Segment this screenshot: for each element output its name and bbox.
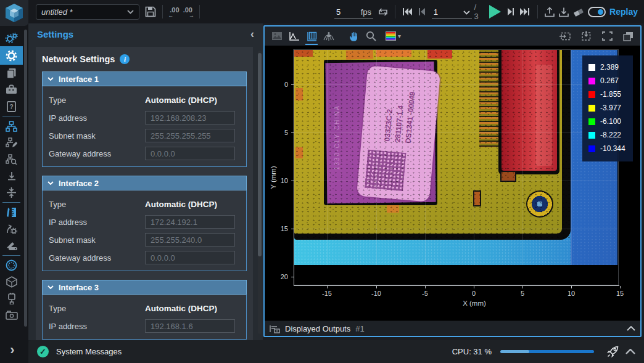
sidebar-item-pages[interactable] <box>0 65 23 81</box>
sidebar-item-3d-object[interactable] <box>0 274 23 290</box>
gateway-field[interactable] <box>145 251 235 264</box>
fit-width-button[interactable] <box>558 29 572 44</box>
increase-decimals-button[interactable]: .00 → <box>181 4 194 20</box>
gridline <box>294 181 617 181</box>
sidebar-item-network[interactable] <box>0 118 23 134</box>
sidebar-item-utility[interactable] <box>0 237 23 254</box>
subnet-mask-field[interactable] <box>145 233 235 247</box>
arrow-down-icon <box>7 171 17 181</box>
last-frame-button[interactable] <box>518 4 532 20</box>
image-view-button[interactable] <box>270 29 284 44</box>
app-logo[interactable] <box>0 0 28 26</box>
interface-3-header[interactable]: Interface 3 <box>42 280 247 295</box>
ip-address-field[interactable] <box>145 111 235 124</box>
fit-height-button[interactable] <box>579 29 593 44</box>
sidebar-item-compress[interactable] <box>0 184 23 201</box>
pcb-component <box>295 147 303 158</box>
sidebar-item-help[interactable]: ? <box>0 98 23 115</box>
profile-view-button[interactable] <box>287 29 302 44</box>
module-side-text: 1330-CLY CHINA <box>334 82 344 193</box>
zoom-tool-button[interactable] <box>363 29 378 44</box>
sidebar-item-configuration[interactable] <box>0 30 23 46</box>
gateway-field[interactable] <box>145 147 235 160</box>
screw-hole <box>526 190 553 218</box>
previous-frame-button[interactable] <box>415 4 429 20</box>
fps-input[interactable]: 5 fps <box>334 5 373 18</box>
save-button[interactable] <box>143 4 157 20</box>
magnifier-icon <box>366 31 376 41</box>
sensor-3d-icon <box>323 31 334 41</box>
gateway-row: Gateway address <box>49 147 240 160</box>
network-settings-title: Network Settings <box>42 54 115 64</box>
loop-button[interactable] <box>376 4 390 20</box>
chevron-up-icon[interactable] <box>625 349 635 354</box>
project-dropdown[interactable]: untitled * <box>36 4 139 20</box>
sidebar-item-sensor[interactable] <box>0 257 23 274</box>
legend-swatch <box>588 78 595 84</box>
gridline <box>571 50 572 265</box>
svg-text:?: ? <box>9 104 13 110</box>
displayed-outputs-bar[interactable]: Displayed Outputs #1 <box>265 320 640 336</box>
chevron-down-icon <box>47 77 54 81</box>
legend-swatch <box>588 145 595 152</box>
collapse-panel-button[interactable]: ‹ <box>250 28 254 41</box>
pen-ruler-icon <box>6 207 17 218</box>
sidebar-scrollbar[interactable] <box>24 30 27 327</box>
first-frame-button[interactable] <box>400 4 415 20</box>
y-axis-line <box>294 49 294 286</box>
settings-scrollbar[interactable] <box>258 51 262 334</box>
sidebar-item-toolbox[interactable] <box>0 81 23 98</box>
plot-area[interactable]: 1330-CLY CHINA 03323C-2 281107-1.4 DS134… <box>265 46 640 320</box>
next-frame-button[interactable] <box>503 4 518 20</box>
chevron-down-icon <box>127 10 134 14</box>
pointcloud-view-button[interactable] <box>321 29 336 44</box>
colormap-dropdown[interactable]: ▾ <box>386 31 401 41</box>
export-button[interactable] <box>542 4 556 20</box>
interface-1-header[interactable]: Interface 1 <box>42 71 247 86</box>
import-button[interactable] <box>557 4 571 20</box>
legend-row: -8.222 <box>588 128 633 142</box>
app-window: ? <box>0 0 644 363</box>
duplicate-view-button[interactable] <box>621 29 635 44</box>
sidebar-item-connector[interactable] <box>0 290 23 307</box>
cpu-usage-label: CPU: 31 % <box>452 347 492 356</box>
outputs-index: #1 <box>355 324 364 333</box>
chevron-up-icon[interactable] <box>627 326 635 331</box>
cpu-usage-fill <box>500 350 529 353</box>
sidebar-item-network-edit[interactable] <box>0 134 23 151</box>
pcb-component <box>346 50 373 60</box>
sidebar-item-device[interactable] <box>0 307 23 324</box>
sidebar-expand-button[interactable]: › <box>0 341 25 359</box>
step-forward-icon <box>507 7 514 16</box>
frame-dropdown[interactable]: 1 <box>432 5 472 18</box>
info-icon[interactable]: i <box>120 54 130 64</box>
chevron-down-icon <box>463 10 470 15</box>
viewer-toolbar: ▾ <box>265 27 640 46</box>
legend-swatch <box>588 118 595 125</box>
sidebar-item-network-search[interactable] <box>0 151 23 168</box>
system-messages-label[interactable]: System Messages <box>56 347 122 356</box>
pcb-component <box>294 50 313 57</box>
interface-2-header[interactable]: Interface 2 <box>42 176 247 190</box>
x-axis-line <box>294 285 619 286</box>
sidebar-item-automation[interactable] <box>0 221 23 237</box>
play-button[interactable] <box>485 4 503 20</box>
clear-button[interactable] <box>571 4 585 20</box>
performance-button[interactable] <box>605 344 621 359</box>
toggle-knob <box>598 9 603 15</box>
ip-address-field[interactable] <box>145 215 235 229</box>
pcb-component <box>387 205 399 213</box>
ip-address-field[interactable] <box>145 319 235 333</box>
pan-tool-button[interactable] <box>346 29 361 44</box>
sidebar-item-align-down[interactable] <box>0 168 23 184</box>
type-row: Type Automatic (DHCP) <box>49 301 240 315</box>
sidebar-item-measure-tools[interactable] <box>0 204 23 221</box>
fit-view-button[interactable] <box>600 29 614 44</box>
replay-toggle[interactable] <box>588 7 606 17</box>
network-search-icon <box>6 154 17 165</box>
decrease-decimals-button[interactable]: .00 ← <box>168 4 181 20</box>
subnet-mask-field[interactable] <box>145 129 235 142</box>
heightmap-view-button[interactable] <box>304 29 319 44</box>
sidebar-item-settings[interactable] <box>0 46 23 65</box>
network-settings-card: Network Settings i Interface 1 Type Auto… <box>36 47 253 340</box>
